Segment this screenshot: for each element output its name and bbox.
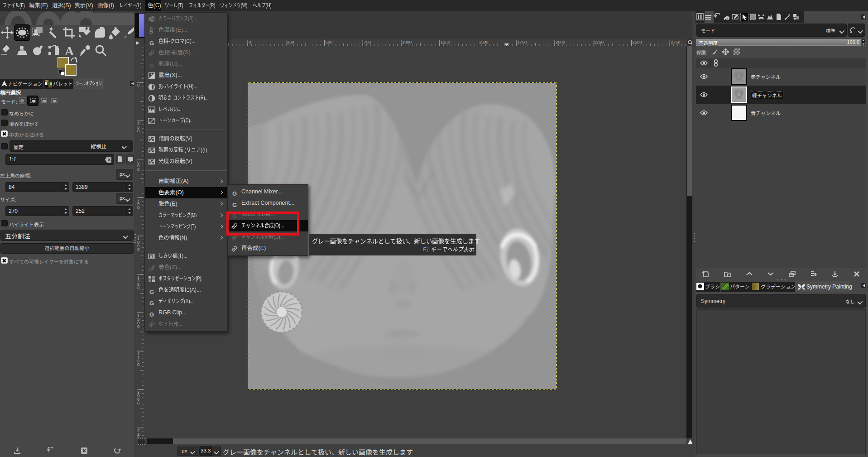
svg-text:1250: 1250 xyxy=(441,39,450,44)
svg-text:2500: 2500 xyxy=(633,39,642,44)
svg-text:1500: 1500 xyxy=(479,39,489,44)
svg-text:i: i xyxy=(727,17,728,20)
svg-text:500: 500 xyxy=(326,39,333,44)
svg-text:1750: 1750 xyxy=(517,39,527,44)
svg-text:0: 0 xyxy=(137,128,139,133)
svg-text:2750: 2750 xyxy=(671,39,680,44)
svg-text:0: 0 xyxy=(137,82,139,87)
svg-text:0: 0 xyxy=(137,205,139,210)
svg-text:): ) xyxy=(153,85,154,89)
svg-text:A: A xyxy=(65,44,74,58)
svg-text:0: 0 xyxy=(137,285,139,290)
svg-text:2250: 2250 xyxy=(594,39,604,44)
svg-text:250: 250 xyxy=(287,39,294,44)
svg-text:0: 0 xyxy=(137,362,139,367)
svg-text:0: 0 xyxy=(137,247,139,252)
svg-text:750: 750 xyxy=(364,39,371,44)
svg-text:0: 0 xyxy=(137,167,139,172)
svg-text:0: 0 xyxy=(137,324,139,329)
svg-text:0: 0 xyxy=(137,400,139,405)
svg-text:0: 0 xyxy=(249,39,251,44)
svg-text:5: 5 xyxy=(137,435,139,438)
svg-text:2000: 2000 xyxy=(556,39,565,44)
svg-text:1000: 1000 xyxy=(402,39,412,44)
